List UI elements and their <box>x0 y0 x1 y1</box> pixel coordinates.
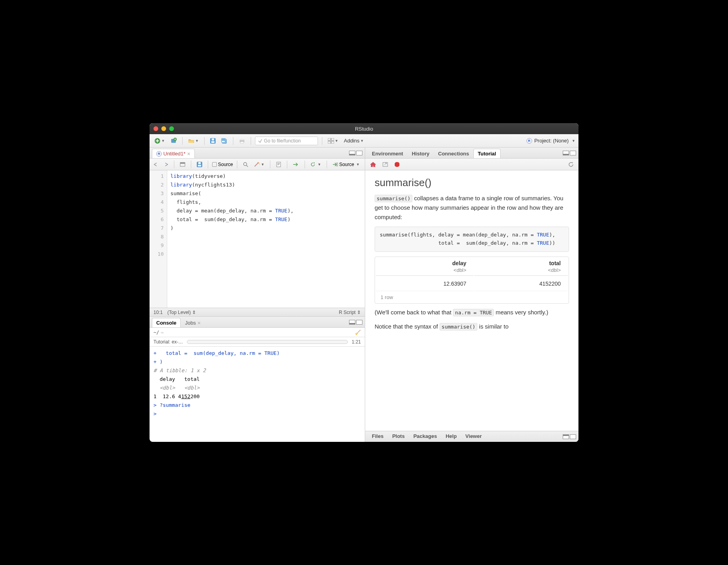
file-type-selector[interactable]: R Script ⇕ <box>339 310 361 315</box>
save-source-button[interactable] <box>195 160 204 169</box>
tab-console[interactable]: Console <box>152 318 181 327</box>
tutorial-para1: summarise() collapses a data frame to a … <box>375 194 569 222</box>
svg-point-21 <box>244 162 247 166</box>
tutorial-toolbar <box>365 159 578 170</box>
pane-layout-button[interactable]: ▼ <box>326 137 340 145</box>
project-menu[interactable]: R Project: (None) ▼ <box>527 138 575 144</box>
console-path: ~/ ⇨ 🧹 <box>150 328 365 337</box>
titlebar: RStudio <box>150 123 578 134</box>
table-row: 12.639074152200 <box>376 277 568 291</box>
source-script-button[interactable]: Source▼ <box>331 160 361 169</box>
tab-plots[interactable]: Plots <box>388 431 409 441</box>
minimize-pane-icon[interactable] <box>349 320 355 325</box>
tab-history[interactable]: History <box>407 149 434 158</box>
line-gutter: 12345678910 <box>150 170 167 308</box>
app-title: RStudio <box>150 126 578 132</box>
rstudio-window: RStudio ▼ ▼ Go to file/function ▼ Addins… <box>150 123 578 442</box>
new-project-button[interactable] <box>169 137 178 145</box>
tab-help[interactable]: Help <box>441 431 461 441</box>
tab-packages[interactable]: Packages <box>409 431 441 441</box>
svg-rect-20 <box>198 162 201 164</box>
tutorial-result-table: delaytotal <dbl><dbl> 12.639074152200 1 … <box>375 257 569 304</box>
refresh-icon[interactable] <box>567 160 575 169</box>
scope-selector[interactable]: (Top Level) ⇕ <box>167 310 196 315</box>
path-arrow-icon[interactable]: ⇨ <box>161 330 163 335</box>
clear-console-icon[interactable]: 🧹 <box>355 330 361 335</box>
find-button[interactable] <box>241 160 250 169</box>
main-toolbar: ▼ ▼ Go to file/function ▼ Addins ▼ R Pro… <box>150 134 578 148</box>
svg-rect-8 <box>222 141 225 142</box>
new-file-button[interactable]: ▼ <box>153 137 166 145</box>
tab-viewer[interactable]: Viewer <box>461 431 486 441</box>
code-tools-button[interactable]: ▼ <box>252 160 266 169</box>
run-button[interactable] <box>291 160 301 169</box>
cursor-position: 10:1 <box>153 310 163 315</box>
console-tabbar: Console Jobs× <box>150 317 365 328</box>
compile-report-button[interactable] <box>274 160 283 169</box>
goto-placeholder: Go to file/function <box>264 138 301 144</box>
maximize-pane-icon[interactable] <box>356 320 362 325</box>
source-statusbar: 10:1 (Top Level) ⇕ R Script ⇕ <box>150 308 365 316</box>
tutorial-code-example: summarise(flights, delay = mean(dep_dela… <box>375 227 569 252</box>
print-button[interactable] <box>237 137 247 145</box>
svg-rect-11 <box>240 142 244 143</box>
tab-connections[interactable]: Connections <box>434 149 473 158</box>
maximize-pane-icon[interactable] <box>570 151 576 155</box>
source-editor[interactable]: 12345678910 library(tidyverse)library(ny… <box>150 170 365 308</box>
svg-rect-12 <box>328 138 331 140</box>
svg-rect-15 <box>331 141 334 144</box>
tutorial-heading: summarise() <box>375 177 569 189</box>
maximize-pane-icon[interactable] <box>356 151 362 155</box>
svg-rect-4 <box>211 141 214 143</box>
svg-rect-22 <box>277 162 281 167</box>
svg-rect-23 <box>336 163 338 166</box>
rerun-button[interactable]: ▼ <box>309 160 323 169</box>
svg-rect-13 <box>331 138 334 140</box>
save-all-button[interactable] <box>220 137 229 145</box>
source-toolbar: Source ▼ ▼ Source▼ <box>150 159 365 170</box>
close-icon[interactable]: × <box>198 320 201 326</box>
source-on-save-checkbox[interactable]: Source <box>212 162 233 167</box>
open-file-button[interactable]: ▼ <box>187 137 200 145</box>
save-button[interactable] <box>209 137 217 145</box>
svg-rect-7 <box>221 138 226 143</box>
right-bottom-tabbar: Files Plots Packages Help Viewer <box>365 431 578 442</box>
tab-files[interactable]: Files <box>368 431 388 441</box>
r-project-icon: R <box>527 138 532 144</box>
tutorial-content[interactable]: summarise() summarise() collapses a data… <box>365 170 578 431</box>
minimize-pane-icon[interactable] <box>349 151 355 155</box>
show-in-new-window-button[interactable] <box>178 160 187 169</box>
close-tab-icon[interactable]: × <box>187 151 190 157</box>
tab-tutorial[interactable]: Tutorial <box>473 149 501 158</box>
minimize-pane-icon[interactable] <box>563 151 569 155</box>
stop-icon[interactable] <box>393 160 401 169</box>
progress-track[interactable] <box>187 340 348 344</box>
addins-menu[interactable]: Addins ▼ <box>342 137 366 145</box>
svg-rect-10 <box>240 138 244 140</box>
minimize-pane-icon[interactable] <box>563 434 569 439</box>
svg-rect-5 <box>212 138 214 140</box>
code-area[interactable]: library(tidyverse)library(nycflights13)s… <box>167 170 365 308</box>
tutorial-progress-bar: Tutorial: ex-… 1:21 <box>150 337 365 347</box>
goto-file-input[interactable]: Go to file/function <box>255 137 318 145</box>
home-icon[interactable] <box>368 160 378 169</box>
tutorial-para2: (We'll come back to what that na.rm = TR… <box>375 308 569 317</box>
maximize-pane-icon[interactable] <box>570 434 576 439</box>
right-top-tabbar: Environment History Connections Tutorial <box>365 148 578 159</box>
r-file-icon: R <box>156 151 162 157</box>
popout-icon[interactable] <box>381 160 390 169</box>
svg-rect-19 <box>198 165 201 166</box>
source-tab-untitled1[interactable]: R Untitled1* × <box>152 149 195 158</box>
tab-environment[interactable]: Environment <box>368 149 407 158</box>
forward-button[interactable] <box>162 160 170 169</box>
console-output[interactable]: + total = sum(dep_delay, na.rm = TRUE)+ … <box>150 347 365 442</box>
source-tabbar: R Untitled1* × <box>150 148 365 159</box>
tutorial-para3: Notice that the syntax of summarise() is… <box>375 322 569 331</box>
tab-jobs[interactable]: Jobs× <box>181 318 205 327</box>
svg-rect-14 <box>328 141 331 144</box>
svg-rect-17 <box>180 162 185 164</box>
back-button[interactable] <box>152 160 160 169</box>
